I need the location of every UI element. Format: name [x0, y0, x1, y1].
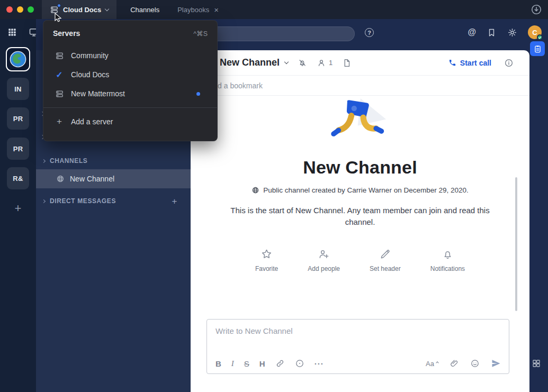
window-controls	[0, 6, 42, 13]
menu-separator	[43, 107, 217, 108]
link-icon[interactable]	[275, 359, 285, 368]
chevron-right-icon	[42, 199, 46, 203]
product-menu-icon[interactable]	[7, 28, 17, 37]
channel-files-icon[interactable]	[342, 58, 352, 68]
add-people-button[interactable]: Add people	[308, 248, 340, 272]
favorite-button[interactable]: Favorite	[255, 248, 278, 272]
notifications-button[interactable]: Notifications	[430, 248, 465, 272]
search-input[interactable]	[201, 26, 355, 41]
plus-icon: +	[53, 116, 66, 127]
attach-file-icon[interactable]	[450, 359, 459, 368]
tab-channels[interactable]: Channels	[130, 6, 159, 14]
formatting-toolbar: B I S H ··· Aa	[215, 358, 501, 369]
channel-title[interactable]: New Channel	[220, 57, 280, 68]
team-initials: PR	[13, 145, 23, 153]
mentions-icon[interactable]: @	[468, 28, 476, 37]
menu-item-label: New Mattermost	[71, 89, 125, 98]
set-header-button[interactable]: Set header	[370, 248, 401, 272]
add-people-label: Add people	[308, 265, 340, 272]
menu-item-add-server[interactable]: + Add a server	[43, 112, 217, 131]
tab-channels-label: Channels	[130, 6, 159, 14]
pencil-icon	[379, 248, 391, 260]
scrollbar[interactable]	[515, 177, 517, 311]
header-right-controls: @ C	[468, 25, 542, 39]
server-icon	[53, 51, 66, 60]
close-window-button[interactable]	[6, 6, 13, 13]
more-formatting-icon[interactable]: ···	[315, 359, 324, 368]
tab-playbooks-label: Playbooks	[177, 6, 209, 14]
servers-menu-title: Servers	[53, 29, 80, 38]
phone-icon	[448, 59, 456, 67]
close-icon[interactable]: ×	[214, 6, 219, 14]
add-team-button[interactable]: +	[0, 201, 36, 216]
channels-category-header[interactable]: CHANNELS	[36, 154, 191, 168]
message-input[interactable]	[215, 326, 500, 335]
channel-info-icon[interactable]	[504, 58, 514, 68]
channel-name-label: New Channel	[70, 175, 114, 183]
add-people-icon	[318, 248, 330, 260]
servers-menu-shortcut: ^⌘S	[193, 30, 208, 38]
sidebar-channel-new-channel[interactable]: New Channel	[36, 169, 191, 188]
chevron-up-icon	[436, 361, 439, 364]
notifications-label: Notifications	[430, 265, 465, 272]
unread-dot	[57, 4, 61, 7]
help-icon[interactable]: ?	[365, 28, 374, 37]
avatar-initial: C	[532, 29, 537, 37]
channel-members-icon[interactable]: 1	[317, 58, 333, 68]
saved-messages-icon[interactable]	[487, 28, 497, 38]
star-icon	[260, 248, 273, 260]
servers-dropdown-menu: Servers ^⌘S Community ✓ Cloud Docs New M…	[43, 20, 218, 141]
strikethrough-icon[interactable]: S	[244, 360, 249, 368]
team-item[interactable]: PR	[7, 107, 29, 130]
user-avatar[interactable]: C	[528, 25, 542, 39]
update-download-icon[interactable]	[531, 4, 542, 15]
send-message-icon[interactable]	[491, 358, 501, 369]
menu-item-community[interactable]: Community	[43, 46, 217, 65]
mouse-cursor	[53, 13, 63, 23]
bookmark-bar[interactable]: Add a bookmark	[191, 76, 529, 96]
composer-right-controls: Aa	[426, 358, 501, 369]
zoom-window-button[interactable]	[28, 6, 34, 13]
aa-label: Aa	[426, 360, 434, 368]
channel-intro-illustration	[330, 98, 390, 144]
favorite-label: Favorite	[255, 265, 278, 272]
online-status-badge	[537, 34, 543, 40]
start-call-button[interactable]: Start call	[448, 59, 491, 67]
chevron-down-icon[interactable]	[284, 60, 289, 64]
member-count: 1	[329, 59, 333, 67]
team-initials: IN	[14, 85, 22, 93]
team-item-active[interactable]	[6, 47, 30, 71]
titlebar: Cloud Docs Channels Playbooks ×	[0, 0, 548, 19]
start-call-label: Start call	[460, 59, 491, 67]
channels-category-label: CHANNELS	[50, 157, 87, 165]
italic-icon[interactable]: I	[231, 360, 234, 368]
menu-item-cloud-docs[interactable]: ✓ Cloud Docs	[43, 65, 217, 84]
notifications-muted-icon[interactable]	[298, 58, 307, 68]
add-server-label: Add a server	[71, 117, 113, 126]
playbooks-app-icon[interactable]	[530, 41, 545, 56]
slash-commands-icon[interactable]	[295, 359, 304, 368]
set-header-label: Set header	[370, 265, 401, 272]
heading-icon[interactable]: H	[259, 360, 265, 368]
direct-messages-category-header[interactable]: DIRECT MESSAGES +	[36, 194, 191, 208]
menu-item-new-mattermost[interactable]: New Mattermost	[43, 84, 217, 103]
team-item[interactable]: R&	[7, 167, 29, 189]
settings-gear-icon[interactable]	[507, 28, 517, 38]
add-direct-message-icon[interactable]: +	[172, 197, 177, 206]
toggle-formatting-icon[interactable]: Aa	[426, 360, 438, 368]
minimize-window-button[interactable]	[17, 6, 23, 13]
team-initials: PR	[13, 115, 23, 123]
bold-icon[interactable]: B	[215, 360, 221, 368]
team-item[interactable]: PR	[7, 138, 29, 160]
team-item[interactable]: IN	[7, 78, 29, 100]
emoji-icon[interactable]	[470, 359, 480, 368]
servers-menu-header: Servers ^⌘S	[43, 21, 217, 46]
check-icon: ✓	[53, 70, 66, 80]
channel-intro-body: This is the start of New Channel. Any te…	[215, 205, 505, 228]
bell-icon	[442, 248, 454, 260]
message-composer[interactable]: B I S H ··· Aa	[206, 319, 509, 374]
tab-playbooks[interactable]: Playbooks ×	[177, 6, 219, 14]
apps-grid-icon[interactable]	[532, 359, 541, 368]
chevron-down-icon	[105, 6, 109, 11]
globe-icon	[251, 186, 259, 194]
